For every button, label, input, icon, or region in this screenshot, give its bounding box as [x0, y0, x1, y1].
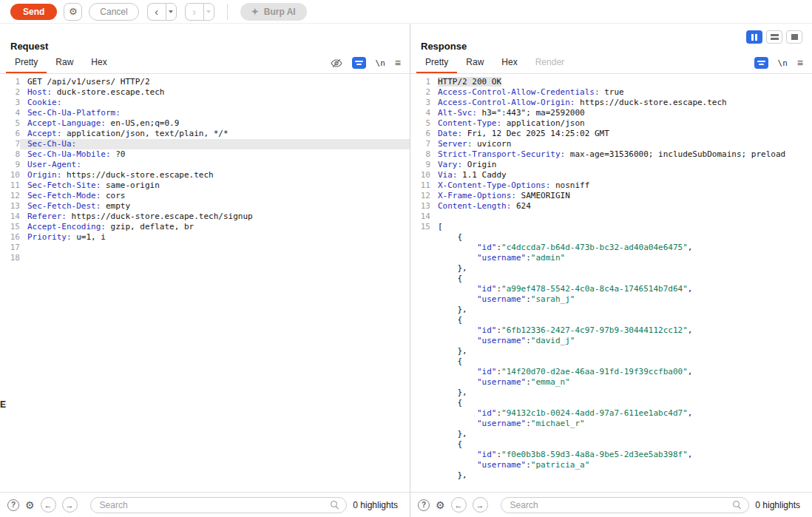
code-line[interactable]: 10Via: 1.1 Caddy: [410, 170, 812, 180]
search-settings-icon[interactable]: ⚙: [25, 499, 35, 511]
code-line[interactable]: },: [410, 263, 812, 274]
code-line[interactable]: 12Sec-Fetch-Mode: cors: [0, 191, 410, 201]
code-line[interactable]: 11X-Content-Type-Options: nosniff: [410, 180, 812, 191]
code-line[interactable]: 7Server: uvicorn: [410, 139, 812, 149]
code-line[interactable]: 2Access-Control-Allow-Credentials: true: [410, 87, 812, 98]
code-line[interactable]: "username":"sarah_j": [410, 294, 812, 305]
code-line[interactable]: "id":"14f20d70-d2ae-46aa-91fd-19f39ccfba…: [410, 367, 812, 377]
code-line[interactable]: 2Host: duck-store.escape.tech: [0, 87, 410, 98]
code-text: "id":"a99ef478-5542-4c0a-8c4a-1746514b7d…: [430, 284, 812, 294]
help-icon[interactable]: ?: [7, 499, 19, 511]
code-line[interactable]: },: [410, 346, 812, 357]
code-line[interactable]: },: [410, 470, 812, 481]
next-match-button[interactable]: →: [62, 497, 78, 513]
code-line[interactable]: "id":"f0e0b3b8-59d3-4a8a-9be5-2d3ee5ab39…: [410, 450, 812, 460]
code-line[interactable]: },: [410, 388, 812, 398]
code-line[interactable]: "id":"6fb12336-2427-4c97-97b9-30444112cc…: [410, 325, 812, 336]
code-line[interactable]: 14Referer: https://duck-store.escape.tec…: [0, 212, 410, 222]
code-line[interactable]: "id":"a99ef478-5542-4c0a-8c4a-1746514b7d…: [410, 284, 812, 294]
help-icon[interactable]: ?: [418, 499, 430, 511]
search-settings-icon[interactable]: ⚙: [436, 499, 445, 511]
code-line[interactable]: {: [410, 315, 812, 325]
code-line[interactable]: "username":"emma_n": [410, 377, 812, 388]
code-line[interactable]: "id":"94132c1b-0024-4add-97a7-611ee1abc4…: [410, 408, 812, 419]
code-line[interactable]: 13Content-Length: 624: [410, 201, 812, 212]
tab-hex[interactable]: Hex: [82, 53, 115, 73]
code-line[interactable]: 7Sec-Ch-Ua:: [0, 139, 410, 149]
editor-menu-icon[interactable]: ≡: [797, 57, 803, 69]
code-line[interactable]: 18: [0, 253, 410, 263]
tab-pretty[interactable]: Pretty: [6, 53, 47, 73]
code-line[interactable]: 1HTTP/2 200 OK: [410, 77, 812, 87]
request-editor[interactable]: 1GET /api/v1/users/ HTTP/22Host: duck-st…: [0, 74, 410, 492]
wrap-toggle-icon[interactable]: [352, 57, 366, 69]
code-line[interactable]: },: [410, 305, 812, 315]
code-line[interactable]: 5Content-Type: application/json: [410, 118, 812, 129]
code-line[interactable]: 4Alt-Svc: h3=":443"; ma=2592000: [410, 108, 812, 118]
code-line[interactable]: 4Sec-Ch-Ua-Platform:: [0, 108, 410, 118]
burp-ai-button[interactable]: ✦ Burp AI: [240, 3, 307, 21]
code-line[interactable]: 12X-Frame-Options: SAMEORIGIN: [410, 191, 812, 201]
search-input[interactable]: [509, 499, 733, 511]
code-line[interactable]: 14: [410, 212, 812, 222]
code-line[interactable]: 8Sec-Ch-Ua-Mobile: ?0: [0, 149, 410, 160]
code-line[interactable]: 15Accept-Encoding: gzip, deflate, br: [0, 222, 410, 232]
code-line[interactable]: "username":"david_j": [410, 336, 812, 346]
eye-slash-icon[interactable]: [331, 58, 342, 68]
line-number: [410, 367, 430, 377]
line-number: 15: [0, 222, 20, 232]
tab-render[interactable]: Render: [527, 53, 573, 73]
code-line[interactable]: 10Origin: https://duck-store.escape.tech: [0, 170, 410, 180]
newline-toggle-icon[interactable]: \n: [778, 58, 788, 68]
code-line[interactable]: 9User-Agent:: [0, 160, 410, 170]
layout-single-button[interactable]: [786, 30, 802, 44]
layout-rows-button[interactable]: [766, 30, 782, 44]
prev-match-button[interactable]: ←: [41, 497, 56, 513]
code-line[interactable]: 9Vary: Origin: [410, 160, 812, 170]
code-line[interactable]: 6Date: Fri, 12 Dec 2025 14:25:02 GMT: [410, 129, 812, 139]
search-input[interactable]: [98, 499, 331, 511]
code-line[interactable]: 13Sec-Fetch-Dest: empty: [0, 201, 410, 212]
code-line[interactable]: 3Access-Control-Allow-Origin: https://du…: [410, 98, 812, 108]
request-settings-button[interactable]: ⚙: [64, 3, 82, 21]
code-line[interactable]: {: [410, 274, 812, 284]
code-line[interactable]: "username":"admin": [410, 253, 812, 263]
back-button[interactable]: ‹: [147, 3, 166, 21]
newline-toggle-icon[interactable]: \n: [376, 58, 385, 68]
code-line[interactable]: {: [410, 232, 812, 243]
request-editor-icons: \n ≡: [331, 53, 401, 73]
response-editor[interactable]: 1HTTP/2 200 OK2Access-Control-Allow-Cred…: [410, 74, 812, 492]
code-line[interactable]: 11Sec-Fetch-Site: same-origin: [0, 180, 410, 191]
tab-raw[interactable]: Raw: [457, 53, 493, 73]
forward-dropdown-button[interactable]: [203, 3, 214, 21]
code-line[interactable]: 17: [0, 243, 410, 253]
back-dropdown-button[interactable]: [166, 3, 177, 21]
code-line[interactable]: "username":"patricia_a": [410, 460, 812, 470]
code-line[interactable]: 8Strict-Transport-Security: max-age=3153…: [410, 149, 812, 160]
code-line[interactable]: "id":"c4dccda7-b64d-473b-bc32-ad40a04e64…: [410, 243, 812, 253]
cancel-button[interactable]: Cancel: [89, 3, 138, 21]
forward-button[interactable]: ›: [185, 3, 203, 21]
code-line[interactable]: 3Cookie:: [0, 98, 410, 108]
code-line[interactable]: },: [410, 429, 812, 439]
code-line[interactable]: 1GET /api/v1/users/ HTTP/2: [0, 77, 410, 87]
line-number: [410, 429, 430, 439]
send-button[interactable]: Send: [10, 4, 57, 20]
code-line[interactable]: 16Priority: u=1, i: [0, 232, 410, 243]
tab-hex[interactable]: Hex: [493, 53, 526, 73]
code-line[interactable]: 15[: [410, 222, 812, 232]
code-line[interactable]: {: [410, 398, 812, 408]
code-line[interactable]: {: [410, 357, 812, 367]
code-line[interactable]: "username":"michael_r": [410, 419, 812, 429]
code-line[interactable]: 5Accept-Language: en-US,en;q=0.9: [0, 118, 410, 129]
prev-match-button[interactable]: ←: [451, 497, 467, 513]
code-line[interactable]: {: [410, 439, 812, 450]
code-line[interactable]: 6Accept: application/json, text/plain, *…: [0, 129, 410, 139]
line-number: [410, 408, 430, 419]
next-match-button[interactable]: →: [473, 497, 488, 513]
wrap-toggle-icon[interactable]: [754, 57, 768, 69]
editor-menu-icon[interactable]: ≡: [395, 57, 401, 69]
layout-columns-button[interactable]: [746, 30, 762, 44]
tab-raw[interactable]: Raw: [47, 53, 82, 73]
tab-pretty[interactable]: Pretty: [416, 53, 457, 73]
